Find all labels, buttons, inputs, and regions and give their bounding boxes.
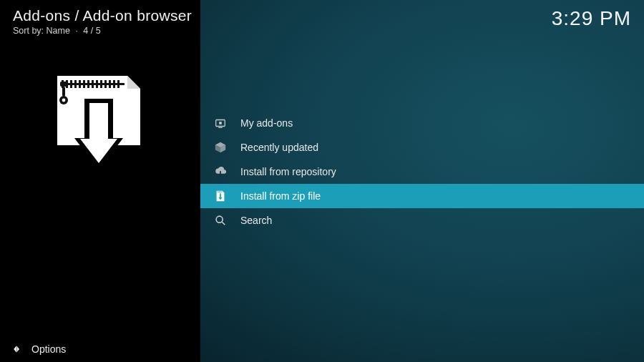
svg-rect-5 xyxy=(79,80,81,83)
menu-item-my-addons[interactable]: My add-ons xyxy=(200,111,644,135)
svg-rect-4 xyxy=(74,80,77,83)
sort-by-value: Name xyxy=(47,26,70,36)
svg-rect-13 xyxy=(113,80,115,83)
search-icon xyxy=(213,213,228,228)
list-position: 4 / 5 xyxy=(83,26,100,36)
svg-rect-9 xyxy=(96,80,98,83)
svg-rect-23 xyxy=(96,85,98,88)
svg-rect-28 xyxy=(117,85,119,88)
menu-item-label: My add-ons xyxy=(240,117,293,129)
svg-rect-20 xyxy=(83,85,85,88)
menu-list: My add-ons Recently updated Install from… xyxy=(200,111,644,233)
menu-item-label: Recently updated xyxy=(240,142,318,153)
svg-rect-0 xyxy=(60,83,125,85)
menu-item-label: Install from repository xyxy=(240,166,336,177)
svg-rect-18 xyxy=(74,85,77,88)
svg-rect-47 xyxy=(218,192,223,192)
header-left: Add-ons / Add-on browser Sort by: Name ·… xyxy=(13,7,192,36)
svg-rect-25 xyxy=(104,85,107,88)
svg-marker-44 xyxy=(218,175,222,177)
menu-item-install-from-repository[interactable]: Install from repository xyxy=(200,160,644,184)
svg-rect-6 xyxy=(83,80,85,83)
svg-marker-52 xyxy=(14,346,16,353)
svg-rect-24 xyxy=(100,85,102,88)
zip-file-icon xyxy=(213,189,228,203)
svg-marker-53 xyxy=(16,346,19,353)
svg-rect-3 xyxy=(70,80,72,83)
menu-item-install-from-zip[interactable]: Install from zip file xyxy=(200,184,644,208)
svg-rect-14 xyxy=(117,80,119,83)
svg-rect-30 xyxy=(62,87,65,97)
options-label[interactable]: Options xyxy=(31,343,66,355)
header: Add-ons / Add-on browser Sort by: Name ·… xyxy=(13,7,631,36)
svg-rect-11 xyxy=(104,80,107,83)
svg-rect-7 xyxy=(87,80,89,83)
menu-item-label: Search xyxy=(240,215,272,226)
sort-by-label: Sort by: xyxy=(13,26,44,36)
svg-rect-43 xyxy=(220,171,221,175)
svg-point-32 xyxy=(62,99,66,102)
addons-icon xyxy=(213,116,228,130)
cloud-download-icon xyxy=(213,165,228,179)
svg-rect-21 xyxy=(87,85,89,88)
svg-rect-8 xyxy=(92,80,94,83)
menu-item-label: Install from zip file xyxy=(240,190,321,202)
separator-dot: · xyxy=(75,26,77,36)
box-icon xyxy=(213,140,228,155)
svg-rect-12 xyxy=(109,80,111,83)
svg-point-48 xyxy=(216,216,223,222)
svg-rect-35 xyxy=(89,103,108,139)
menu-item-recently-updated[interactable]: Recently updated xyxy=(200,135,644,160)
menu-item-search[interactable]: Search xyxy=(200,208,644,233)
header-subline: Sort by: Name · 4 / 5 xyxy=(13,26,192,36)
svg-rect-22 xyxy=(92,85,94,88)
svg-rect-19 xyxy=(79,85,81,88)
footer: Options xyxy=(0,336,644,362)
svg-rect-17 xyxy=(70,85,72,88)
breadcrumb: Add-ons / Add-on browser xyxy=(13,7,192,24)
svg-rect-27 xyxy=(113,85,115,88)
options-icon[interactable] xyxy=(10,343,23,356)
svg-rect-29 xyxy=(60,82,67,87)
svg-rect-45 xyxy=(220,193,221,197)
svg-rect-26 xyxy=(109,85,111,88)
zip-download-art xyxy=(50,72,150,172)
svg-rect-39 xyxy=(219,122,222,124)
svg-rect-10 xyxy=(100,80,102,83)
clock: 3:29 PM xyxy=(552,7,631,30)
svg-line-49 xyxy=(222,222,225,225)
